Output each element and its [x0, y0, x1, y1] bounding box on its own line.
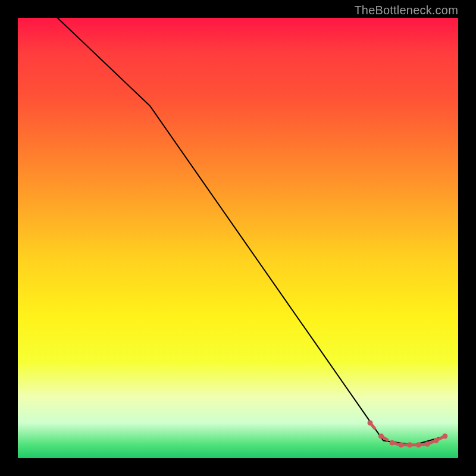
plot-area: [18, 18, 458, 458]
dashed-points-group: [368, 420, 448, 447]
dash-segment: [372, 425, 375, 428]
data-point: [368, 420, 373, 425]
watermark-text: TheBottleneck.com: [354, 4, 458, 17]
dash-segment: [439, 437, 443, 440]
data-point: [434, 438, 439, 443]
dash-segment: [421, 444, 425, 445]
dash-segment: [394, 443, 399, 444]
chart-frame: TheBottleneck.com: [0, 0, 476, 476]
data-point: [425, 441, 430, 447]
data-point: [442, 434, 447, 439]
data-point: [378, 434, 384, 439]
data-point: [398, 442, 403, 447]
dash-segment: [383, 437, 387, 440]
data-point: [390, 440, 395, 446]
chart-svg: [18, 18, 458, 458]
data-point: [407, 442, 412, 447]
main-curve-path: [58, 18, 445, 445]
dash-segment: [430, 441, 434, 443]
data-point: [416, 442, 421, 447]
